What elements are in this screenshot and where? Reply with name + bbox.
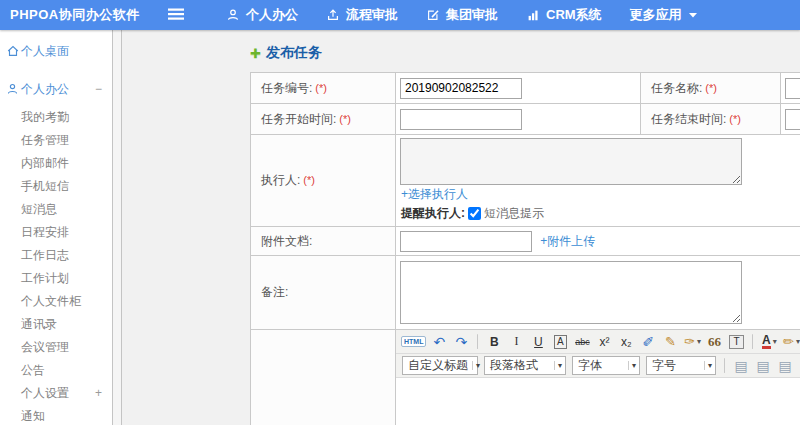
editor-toolbar-row2: 自定义标题▾ 段落格式▾ 字体▾ 字号▾ [396,354,800,378]
edit-icon [426,8,440,22]
caret-down-icon: ▾ [704,361,712,370]
font-family-select[interactable]: 字体▾ [572,356,640,375]
remind-executor-label: 提醒执行人: [401,205,465,222]
sidebar-item-internal-mail[interactable]: 内部邮件 [0,152,112,175]
separator [724,358,725,373]
editor-toolbar-row1: HTML ↶ ↷ B I [396,330,800,354]
task-name-label-cell: 任务名称:(*) [641,73,781,104]
nav-more-apps[interactable]: 更多应用 [630,6,698,24]
align-center-icon[interactable]: ▤ [754,356,772,375]
sidebar-item-announcement[interactable]: 公告 [0,359,112,382]
highlight-pen-icon[interactable]: ✏▾ [782,332,800,351]
editor-content-area[interactable] [396,378,800,425]
sidebar-scrollbar[interactable] [112,30,122,425]
redo-icon[interactable]: ↷ [452,332,470,351]
sidebar-item-my-attendance[interactable]: 我的考勤 [0,106,112,129]
font-color-icon[interactable]: A▾ [760,332,778,351]
required-mark: (*) [315,82,327,94]
sidebar-item-work-log[interactable]: 工作日志 [0,244,112,267]
html-source-icon[interactable]: HTML [401,332,426,351]
align-right-icon[interactable]: ▤ [776,356,794,375]
remark-textarea[interactable] [400,261,742,324]
top-navbar: PHPOA协同办公软件 个人办公 流程审批 [0,0,800,30]
start-time-input[interactable] [400,109,522,130]
sidebar-item-task-management[interactable]: 任务管理 [0,129,112,152]
bar-chart-icon [526,8,540,22]
caret-down-icon [688,11,698,19]
menu-toggle-button[interactable] [168,7,184,24]
toggle-icon[interactable]: − [95,74,102,104]
align-left-icon[interactable]: ▤ [732,356,750,375]
strikethrough-icon[interactable]: abc [573,332,591,351]
task-no-label-cell: 任务编号:(*) [251,73,396,104]
required-mark: (*) [339,113,351,125]
paste-as-text-icon[interactable]: T [727,332,745,351]
task-name-input[interactable] [785,78,800,99]
undo-icon[interactable]: ↶ [430,332,448,351]
process-icon [326,8,340,22]
person-icon [226,8,240,22]
publish-task-form: 任务编号:(*) 任务名称:(*) 任务开始时间:(*) [250,72,800,425]
italic-icon[interactable]: I [507,332,525,351]
custom-heading-select[interactable]: 自定义标题▾ [402,356,478,375]
sidebar-item-personal-files[interactable]: 个人文件柜 [0,290,112,313]
attachment-label-cell: 附件文档: [251,227,396,256]
sidebar-item-contacts[interactable]: 通讯录 [0,313,112,336]
sidebar-item-meeting-management[interactable]: 会议管理 [0,336,112,359]
start-time-label-cell: 任务开始时间:(*) [251,104,396,135]
sms-remind-label: 短消息提示 [484,205,544,222]
sidebar-item-personal-settings[interactable]: 个人设置 + [0,382,112,405]
superscript-icon[interactable]: x² [595,332,613,351]
end-time-input[interactable] [785,109,800,130]
clean-brush-icon[interactable]: ✎ [661,332,679,351]
app-brand: PHPOA协同办公软件 [10,6,160,24]
blockquote-icon[interactable]: 66 [705,332,723,351]
toggle-icon[interactable]: + [95,382,102,405]
paragraph-format-select[interactable]: 段落格式▾ [484,356,566,375]
phpoa-app: PHPOA协同办公软件 个人办公 流程审批 [0,0,800,425]
sidebar-item-short-message[interactable]: 短消息 [0,198,112,221]
separator [477,334,478,349]
main-menu: 个人办公 流程审批 集团审批 CRM系统 更多应用 [212,6,712,24]
executor-textarea[interactable] [400,138,742,185]
attachment-upload-link[interactable]: +附件上传 [540,234,595,249]
caret-down-icon: ▾ [554,361,562,370]
end-time-label-cell: 任务结束时间:(*) [641,104,781,135]
format-painter-icon[interactable]: ✑▾ [683,332,701,351]
main-content: ✚ 发布任务 任务编号:(*) 任务名称:(*) [122,30,800,425]
remark-label-cell: 备注: [251,256,396,330]
attachment-input[interactable] [400,231,532,252]
required-mark: (*) [705,82,717,94]
sidebar-item-schedule[interactable]: 日程安排 [0,221,112,244]
bold-icon[interactable]: B [485,332,503,351]
font-style-box-icon[interactable]: A [551,332,569,351]
sidebar-item-work-plan[interactable]: 工作计划 [0,267,112,290]
nav-crm-system[interactable]: CRM系统 [526,6,602,24]
select-executor-link[interactable]: +选择执行人 [401,187,468,202]
font-size-select[interactable]: 字号▾ [646,356,716,375]
sidebar-item-notification[interactable]: 通知 [0,405,112,425]
nav-process-approval[interactable]: 流程审批 [326,6,398,24]
required-mark: (*) [303,174,315,186]
sidebar: 个人桌面 个人办公 − 我的考勤 任务管理 [0,30,112,425]
hamburger-icon [168,7,184,24]
subscript-icon[interactable]: x₂ [617,332,635,351]
sidebar-item-personal-office[interactable]: 个人办公 − [0,74,112,104]
page-title: 发布任务 [266,44,322,62]
required-mark: (*) [729,113,741,125]
task-no-input[interactable] [400,78,522,99]
separator [752,334,753,349]
nav-group-approval[interactable]: 集团审批 [426,6,498,24]
remove-format-icon[interactable]: ✐ [639,332,657,351]
caret-down-icon: ▾ [472,361,480,370]
underline-icon[interactable]: U [529,332,547,351]
nav-personal-office[interactable]: 个人办公 [226,6,298,24]
sms-remind-checkbox[interactable] [468,207,481,220]
content-label-cell [251,330,396,425]
plus-icon: ✚ [250,46,261,61]
executor-label-cell: 执行人:(*) [251,135,396,227]
rich-text-editor: HTML ↶ ↷ B I [395,329,800,425]
caret-down-icon: ▾ [628,361,636,370]
sidebar-item-personal-desktop[interactable]: 个人桌面 [0,36,112,66]
sidebar-item-mobile-sms[interactable]: 手机短信 [0,175,112,198]
